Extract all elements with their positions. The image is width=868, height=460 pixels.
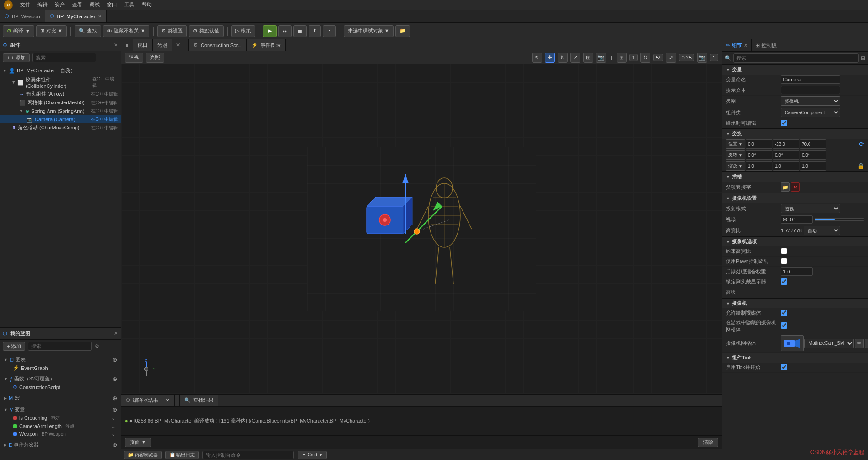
scale-lock-icon[interactable]: 🔒 xyxy=(857,163,864,169)
compile-results-close[interactable]: ✕ xyxy=(161,395,175,406)
tree-item-spring[interactable]: ▼ ⊕ Spring Arm (SpringArm) 在C++中编辑 xyxy=(0,107,121,115)
functions-header[interactable]: ▼ ƒ 函数（32可覆盖） ⊕ xyxy=(4,374,117,383)
components-close[interactable]: ✕ xyxy=(114,42,118,48)
debug-target-button[interactable]: 未选中调试对象 ▼ xyxy=(344,25,394,37)
constrain-ar-checkbox[interactable] xyxy=(781,248,787,254)
scale-z-input[interactable] xyxy=(800,161,826,171)
transform-section-header[interactable]: ▼ 变换 xyxy=(722,129,868,139)
content-browser-button[interactable]: 📁 内容浏览器 xyxy=(124,451,162,459)
viewport-menu-icon[interactable]: ≡ xyxy=(121,39,133,51)
find-results-tab[interactable]: 🔍 查找结果 xyxy=(180,395,218,406)
blueprint-search-input[interactable] xyxy=(28,342,92,351)
camera-mesh-select[interactable]: MatineeCam_SM xyxy=(804,339,854,348)
compile-results-tab[interactable]: ⬡ 编译器结果 ✕ xyxy=(121,395,180,406)
tree-item-collision[interactable]: ▼ ⬜ 胶囊体组件 (CollisionCylinder) 在C++中编辑 xyxy=(0,75,121,90)
lighting-mode-button[interactable]: 光照 xyxy=(146,53,164,63)
projection-select[interactable]: 透视 xyxy=(781,204,840,213)
details-filter-icon[interactable]: ⊞ xyxy=(861,55,865,61)
variable-name-input[interactable] xyxy=(781,75,840,84)
defaults-button[interactable]: ⚙ 类默认值 xyxy=(189,25,224,37)
var-weapon-item[interactable]: Weapon BP Weapon ⌄ xyxy=(11,430,117,438)
component-search-input[interactable] xyxy=(32,53,96,62)
scale-mode-btn[interactable]: ⤢ xyxy=(570,53,580,63)
tab-bp-weapon[interactable]: ⬡ BP_Weapon xyxy=(0,10,45,22)
debug-extra-button[interactable]: 📁 xyxy=(395,25,410,37)
grid-snap-btn[interactable]: ⊞ xyxy=(617,53,627,63)
output-log-button[interactable]: 📋 输出日志 xyxy=(165,451,199,459)
construction-script-item[interactable]: ⚙ ConstructionScript xyxy=(11,383,117,391)
tree-item-move[interactable]: ⬆ 角色移动 (CharMoveComp) 在C++中编辑 xyxy=(0,123,121,132)
pos-y-input[interactable] xyxy=(773,139,799,149)
functions-add-icon[interactable]: ⊕ xyxy=(112,376,117,382)
tree-item-root[interactable]: ▼ 👤 BP_MyCharacter（自我） xyxy=(0,66,121,75)
details-close-btn[interactable]: ✕ xyxy=(744,43,748,48)
camera-speed-btn[interactable]: 📷 xyxy=(697,53,707,63)
stop-button[interactable]: ⏹ xyxy=(293,25,307,37)
fov-input[interactable] xyxy=(781,215,813,224)
var-crouching-item[interactable]: is Crouching 布尔 ⌄ xyxy=(11,414,117,422)
rot-x-input[interactable] xyxy=(746,150,772,160)
camera-mesh-header[interactable]: ▼ 摄像机 xyxy=(722,299,868,308)
rotate-mode-btn[interactable]: ↻ xyxy=(558,53,568,63)
component-tick-header[interactable]: ▼ 组件Tick xyxy=(722,353,868,363)
play-next-button[interactable]: ⏭ xyxy=(278,25,292,37)
scale-x-input[interactable] xyxy=(746,161,772,171)
macros-add-icon[interactable]: ⊕ xyxy=(112,395,117,401)
socket-section-header[interactable]: ▼ 插槽 xyxy=(722,172,868,182)
aspect-select[interactable]: 自动 xyxy=(804,226,840,235)
details-search-input[interactable] xyxy=(733,53,859,63)
lock-hud-checkbox[interactable] xyxy=(781,278,787,285)
tab-bp-mycharacter[interactable]: ⬡ BP_MyCharacter ✕ xyxy=(45,10,107,22)
class-settings-button[interactable]: ⚙ 类设置 xyxy=(157,25,187,37)
add-blueprint-button[interactable]: + 添加 xyxy=(3,342,25,351)
menu-tools[interactable]: 工具 xyxy=(124,1,134,8)
compile-button[interactable]: ⚙ 编译 ▼ xyxy=(3,25,34,37)
start-tick-checkbox[interactable] xyxy=(781,364,787,370)
scale-label-btn[interactable]: 缩放 ▼ xyxy=(726,161,745,171)
debug-options-button[interactable]: ⋮ xyxy=(323,25,336,37)
menu-file[interactable]: 文件 xyxy=(20,1,30,8)
rotation-label-btn[interactable]: 旋转 ▼ xyxy=(726,150,745,160)
page-button[interactable]: 页面 ▼ xyxy=(125,438,151,447)
play-button[interactable]: ▶ xyxy=(263,25,277,37)
advanced-toggle[interactable]: 高级 xyxy=(726,288,736,297)
scale-y-input[interactable] xyxy=(773,161,799,171)
macros-header[interactable]: ▶ M 宏 ⊕ xyxy=(4,394,117,402)
variables-header[interactable]: ▼ V 变量 ⊕ xyxy=(4,405,117,414)
simulate-button[interactable]: ▷ 模拟 xyxy=(231,25,255,37)
add-component-button[interactable]: + + 添加 xyxy=(3,53,30,62)
pos-x-input[interactable] xyxy=(746,139,772,149)
menu-help[interactable]: 帮助 xyxy=(142,1,152,8)
graphs-add-icon[interactable]: ⊕ xyxy=(112,357,117,363)
find-button[interactable]: 🔍 查找 xyxy=(75,25,101,37)
eventgraph-item[interactable]: ⚡ EventGraph xyxy=(11,364,117,372)
menu-assets[interactable]: 资产 xyxy=(55,1,65,8)
viewport-tabs-close[interactable]: ✕ xyxy=(172,39,184,51)
rot-z-input[interactable] xyxy=(800,150,826,160)
mesh-edit-btn[interactable]: ✏ xyxy=(855,339,864,348)
event-dispatchers-header[interactable]: ▶ E 事件分发器 ⊕ xyxy=(4,440,117,449)
screen-mode-btn[interactable]: ⊞ xyxy=(583,53,593,63)
use-pawn-checkbox[interactable] xyxy=(781,258,787,264)
viewport-3d-area[interactable]: Z Y xyxy=(121,64,722,394)
menu-window[interactable]: 窗口 xyxy=(107,1,117,8)
variables-add-icon[interactable]: ⊕ xyxy=(112,407,117,413)
tree-item-camera[interactable]: 📷 Camera (Camera) 在C++中编辑 xyxy=(0,115,121,123)
menu-debug[interactable]: 调试 xyxy=(90,1,100,8)
scale-snap-btn[interactable]: ⤢ xyxy=(666,53,676,63)
event-graph-tab[interactable]: ⚡ 事件图表 xyxy=(247,39,286,51)
viewport-tab-lighting[interactable]: 光照 xyxy=(153,39,172,51)
component-class-select[interactable]: CameraComponent xyxy=(781,108,840,117)
event-dispatchers-add-icon[interactable]: ⊕ xyxy=(112,442,117,448)
socket-browse-btn[interactable]: 📁 xyxy=(781,182,790,192)
perspective-button[interactable]: 透视 xyxy=(125,53,143,63)
step-button[interactable]: ⬆ xyxy=(309,25,321,37)
category-select[interactable]: 摄像机 xyxy=(781,96,840,106)
diff-button[interactable]: ⊞ 对比 ▼ xyxy=(36,25,67,37)
translate-mode-btn[interactable]: ✚ xyxy=(545,53,555,63)
socket-clear-btn[interactable]: ✕ xyxy=(791,182,800,192)
graphs-header[interactable]: ▼ ◻ 图表 ⊕ xyxy=(4,355,117,364)
editable-checkbox[interactable] xyxy=(781,120,787,126)
camera-settings-header[interactable]: ▼ 摄像机设置 xyxy=(722,193,868,203)
rotation-snap-btn[interactable]: ↻ xyxy=(640,53,650,63)
